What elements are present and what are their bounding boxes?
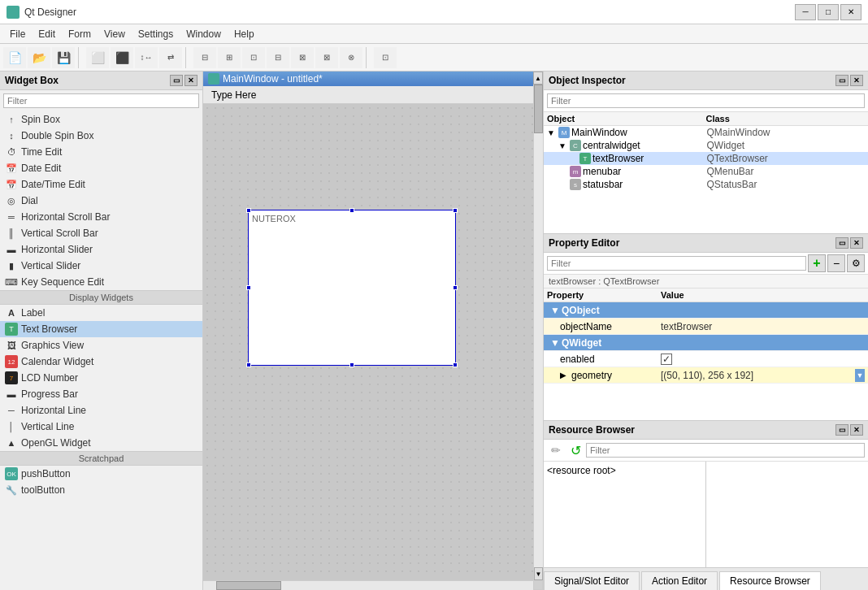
prop-editor-restore-button[interactable]: ▭ [835,237,848,249]
widget-box-close-button[interactable]: ✕ [184,75,197,86]
scroll-thumb-v[interactable] [534,85,543,133]
widget-item-double-spin-box[interactable]: ↕ Double Spin Box [0,128,202,144]
obj-row-main-window[interactable]: ▼ M MainWindow QMainWindow [544,126,868,139]
prop-remove-button[interactable]: − [827,254,845,272]
central-widget-icon: C [570,140,581,151]
widget-item-progress-bar[interactable]: ▬ Progress Bar [0,386,202,402]
widget-item-datetime-edit[interactable]: 📅 Date/Time Edit [0,176,202,193]
layout-h-button[interactable]: ⊟ [193,47,216,68]
widget-item-v-line[interactable]: │ Vertical Line [0,419,202,435]
new-button[interactable]: 📄 [3,47,26,68]
prop-row-geometry[interactable]: ▶ geometry [(50, 110), 256 x 192] ▼ [544,367,868,384]
widget-mode-button[interactable]: ⬜ [86,47,109,68]
widget-item-h-scroll[interactable]: ═ Horizontal Scroll Bar [0,209,202,225]
layout-v-button[interactable]: ⊞ [218,47,241,68]
obj-inspector-filter-input[interactable] [547,93,865,108]
widget-item-opengl[interactable]: ▲ OpenGL Widget [0,435,202,451]
widget-item-key-seq[interactable]: ⌨ Key Sequence Edit [0,274,202,290]
canvas-scrollbar-v[interactable]: ▼ [533,72,543,580]
lcd-icon: 7 [5,371,18,384]
canvas-scrollbar-h[interactable] [203,580,533,590]
widget-item-spin-box[interactable]: ↑ Spin Box [0,111,202,128]
scroll-down-button[interactable]: ▼ [534,567,543,580]
enabled-checkbox[interactable]: ✓ [661,354,672,365]
prop-row-object-name[interactable]: objectName textBrowser [544,319,868,335]
menu-form[interactable]: Form [62,27,98,41]
widget-item-graphics-view[interactable]: 🖼 Graphics View [0,337,202,354]
canvas-menu-type-here[interactable]: Type Here [206,89,261,102]
res-edit-button[interactable]: ✏ [547,441,565,459]
obj-row-menubar[interactable]: m menubar QMenuBar [544,165,868,178]
canvas-window-title-bar: MainWindow - untitled* [203,72,533,86]
widget-item-push-button[interactable]: OK pushButton [0,466,202,482]
tab-action-editor[interactable]: Action Editor [641,571,718,590]
res-refresh-button[interactable]: ↺ [566,441,584,459]
widget-box-restore-button[interactable]: ▭ [170,75,183,86]
progress-bar-label: Progress Bar [21,388,78,400]
widget-item-tool-button[interactable]: 🔧 toolButton [0,482,202,498]
res-tree[interactable]: <resource root> [544,462,706,567]
menu-help[interactable]: Help [228,27,261,41]
widget-item-time-edit[interactable]: ⏱ Time Edit [0,144,202,160]
layout-form-button[interactable]: ⊟ [267,47,289,68]
widget-item-date-edit[interactable]: 📅 Date Edit [0,160,202,176]
canvas-window-title: MainWindow - untitled* [223,73,323,85]
close-button[interactable]: ✕ [840,4,861,20]
v-scroll-icon: ║ [5,227,18,240]
save-button[interactable]: 💾 [52,47,75,68]
widget-item-v-slider[interactable]: ▮ Vertical Slider [0,258,202,274]
widget-item-label[interactable]: A Label [0,305,202,321]
canvas-widget-text-browser[interactable]: NUTEROX [248,210,456,366]
minimize-button[interactable]: ─ [795,4,816,20]
res-browser-restore-button[interactable]: ▭ [835,424,848,436]
text-browser-obj-icon: T [579,153,591,164]
menu-view[interactable]: View [98,27,132,41]
widget-item-h-slider[interactable]: ▬ Horizontal Slider [0,241,202,258]
canvas-menu-strip[interactable]: Type Here [203,86,533,104]
widget-item-text-browser[interactable]: T Text Browser [0,321,202,337]
res-browser-close-button[interactable]: ✕ [850,424,863,436]
obj-row-statusbar[interactable]: s statusbar QStatusBar [544,178,868,191]
maximize-button[interactable]: □ [818,4,839,20]
layout-vsplit-button[interactable]: ⊠ [315,47,338,68]
obj-inspector-close-button[interactable]: ✕ [850,75,863,86]
push-button-label: pushButton [21,468,71,479]
layout-hsplit-button[interactable]: ⊠ [291,47,314,68]
menu-file[interactable]: File [3,27,32,41]
prop-config-button[interactable]: ⚙ [847,254,865,272]
widget-item-lcd[interactable]: 7 LCD Number [0,370,202,386]
scroll-up-button[interactable]: ▲ [533,72,543,85]
layout-grid-button[interactable]: ⊡ [242,47,265,68]
adjust-size-button[interactable]: ⊡ [374,47,397,68]
obj-inspector-restore-button[interactable]: ▭ [835,75,848,86]
scroll-thumb-h[interactable] [216,581,281,590]
prop-row-enabled[interactable]: enabled ✓ [544,351,868,367]
menu-edit[interactable]: Edit [32,27,62,41]
obj-row-central-widget[interactable]: ▼ C centralwidget QWidget [544,139,868,152]
right-panels: Object Inspector ▭ ✕ Object Class ▼ M M [543,72,868,590]
widget-box-filter-input[interactable] [3,93,199,108]
signals-mode-button[interactable]: ↕↔ [135,47,158,68]
res-filter-input[interactable] [586,443,865,458]
tab-signal-slot[interactable]: Signal/Slot Editor [544,571,640,590]
menu-settings[interactable]: Settings [132,27,180,41]
edit-mode-button[interactable]: ⬛ [111,47,133,68]
canvas-dotted-area[interactable]: NUTEROX [203,104,533,577]
prop-filter-input[interactable] [547,256,806,271]
widget-item-calendar[interactable]: 12 Calendar Widget [0,354,202,370]
obj-row-text-browser[interactable]: T textBrowser QTextBrowser [544,152,868,165]
geometry-expand-btn[interactable]: ▼ [855,369,865,382]
open-button[interactable]: 📂 [28,47,50,68]
buddy-mode-button[interactable]: ⇄ [159,47,182,68]
widget-item-h-line[interactable]: ─ Horizontal Line [0,402,202,419]
widget-item-v-scroll[interactable]: ║ Vertical Scroll Bar [0,225,202,241]
prop-headers: Property Value [544,288,868,302]
prop-editor-close-button[interactable]: ✕ [850,237,863,249]
break-layout-button[interactable]: ⊗ [340,47,362,68]
menu-window[interactable]: Window [180,27,228,41]
prop-add-button[interactable]: + [808,254,826,272]
tab-resource-browser[interactable]: Resource Browser [719,571,821,590]
resource-browser: Resource Browser ▭ ✕ ✏ ↺ <resource root>… [544,421,868,590]
widget-item-dial[interactable]: ◎ Dial [0,193,202,209]
geometry-expand-arrow[interactable]: ▶ [560,371,570,380]
